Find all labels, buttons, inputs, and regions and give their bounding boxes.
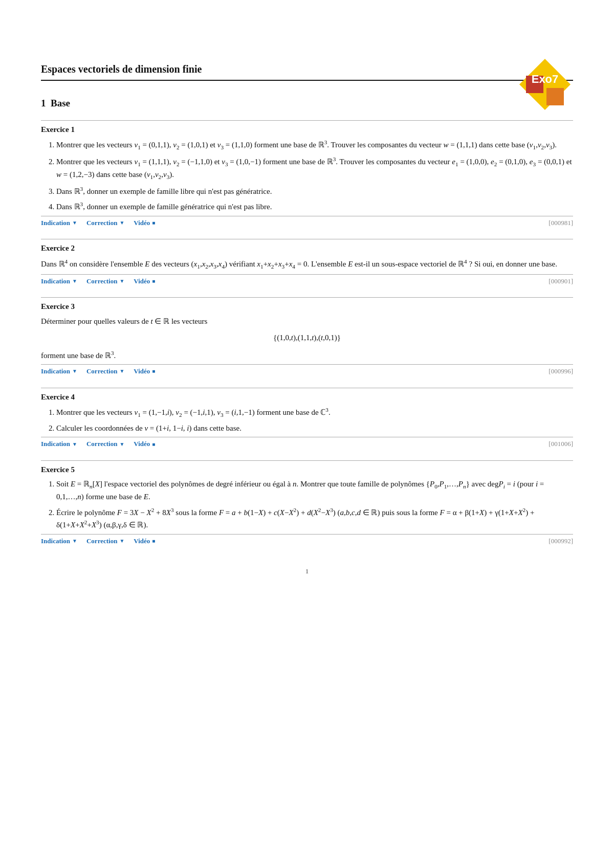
video-square-3: ■: [152, 367, 155, 375]
exercise-2-title: Exercice 2: [41, 239, 573, 254]
list-item: Montrer que les vecteurs v1 = (0,1,1), v…: [56, 138, 573, 152]
exercise-code-4: [001006]: [549, 439, 573, 449]
exercise-1-footer: Indication ▼ Correction ▼ Vidéo ■ [00098…: [41, 216, 573, 228]
header-rule: [41, 80, 573, 81]
list-item: Écrire le polynôme F = 3X − X2 + 8X3 sou…: [56, 506, 573, 531]
video-link-2[interactable]: Vidéo: [134, 276, 150, 286]
exo7-logo: Exo7: [517, 56, 573, 113]
video-square-1: ■: [152, 219, 155, 227]
exercise-4: Exercice 4 Montrer que les vecteurs v1 =…: [41, 388, 573, 449]
exercise-2-body: Dans ℝ4 on considère l'ensemble E des ve…: [41, 257, 573, 271]
exercise-3-math: {(1,0,t),(1,1,t),(t,0,1)}: [41, 332, 573, 344]
list-item: Soit E = ℝn[X] l'espace vectoriel des po…: [56, 478, 573, 502]
exercise-5-body: Soit E = ℝn[X] l'espace vectoriel des po…: [41, 478, 573, 530]
indication-triangle-2: ▼: [72, 277, 77, 285]
exercise-3-title: Exercice 3: [41, 297, 573, 313]
exercise-3-footer: Indication ▼ Correction ▼ Vidéo ■ [00099…: [41, 364, 573, 376]
indication-triangle-5: ▼: [72, 537, 77, 545]
page-title: Espaces vectoriels de dimension finie: [41, 61, 573, 77]
page-number: 1: [41, 566, 573, 576]
indication-triangle-4: ▼: [72, 440, 77, 448]
exercise-5-footer: Indication ▼ Correction ▼ Vidéo ■ [00099…: [41, 534, 573, 546]
indication-triangle-1: ▼: [72, 219, 77, 227]
correction-link-4[interactable]: Correction: [86, 439, 117, 449]
indication-link-5[interactable]: Indication: [41, 536, 70, 546]
exercise-code-2: [000901]: [549, 276, 573, 286]
exercise-3-body: Déterminer pour quelles valeurs de t ∈ ℝ…: [41, 316, 573, 362]
video-link-1[interactable]: Vidéo: [134, 218, 150, 228]
exercise-2: Exercice 2 Dans ℝ4 on considère l'ensemb…: [41, 239, 573, 286]
exercise-5: Exercice 5 Soit E = ℝn[X] l'espace vecto…: [41, 460, 573, 546]
exercise-code-5: [000992]: [549, 536, 573, 546]
exercise-code-1: [000981]: [549, 218, 573, 228]
correction-triangle-2: ▼: [119, 277, 124, 285]
list-item: Calculer les coordonnées de v = (1+i, 1−…: [56, 422, 573, 434]
video-square-4: ■: [152, 440, 155, 448]
exercise-1: Exercice 1 Montrer que les vecteurs v1 =…: [41, 120, 573, 228]
correction-triangle-3: ▼: [119, 367, 124, 375]
exercise-4-footer: Indication ▼ Correction ▼ Vidéo ■ [00100…: [41, 437, 573, 449]
list-item: Dans ℝ3, donner un exemple de famille gé…: [56, 200, 573, 213]
svg-text:Exo7: Exo7: [532, 73, 559, 85]
section-1-title: 1 Base: [41, 96, 573, 111]
indication-link-4[interactable]: Indication: [41, 439, 70, 449]
exercise-2-footer: Indication ▼ Correction ▼ Vidéo ■ [00090…: [41, 274, 573, 286]
indication-link-2[interactable]: Indication: [41, 276, 70, 286]
exercise-1-title: Exercice 1: [41, 120, 573, 136]
indication-link-1[interactable]: Indication: [41, 218, 70, 228]
list-item: Dans ℝ3, donner un exemple de famille li…: [56, 185, 573, 197]
svg-rect-2: [546, 88, 564, 105]
video-square-2: ■: [152, 277, 155, 285]
exercise-code-3: [000996]: [549, 366, 573, 376]
correction-link-3[interactable]: Correction: [86, 366, 117, 376]
video-link-4[interactable]: Vidéo: [134, 439, 150, 449]
exercise-3: Exercice 3 Déterminer pour quelles valeu…: [41, 297, 573, 376]
correction-link-5[interactable]: Correction: [86, 536, 117, 546]
video-square-5: ■: [152, 537, 155, 545]
exercise-5-title: Exercice 5: [41, 460, 573, 476]
list-item: Montrer que les vecteurs v1 = (1,1,1), v…: [56, 155, 573, 182]
video-link-3[interactable]: Vidéo: [134, 366, 150, 376]
indication-link-3[interactable]: Indication: [41, 366, 70, 376]
video-link-5[interactable]: Vidéo: [134, 536, 150, 546]
indication-triangle-3: ▼: [72, 367, 77, 375]
correction-triangle-1: ▼: [119, 219, 124, 227]
exercise-4-body: Montrer que les vecteurs v1 = (1,−1,i), …: [41, 406, 573, 434]
exercise-1-body: Montrer que les vecteurs v1 = (0,1,1), v…: [41, 138, 573, 213]
exercise-4-title: Exercice 4: [41, 388, 573, 403]
list-item: Montrer que les vecteurs v1 = (1,−1,i), …: [56, 406, 573, 419]
correction-link-1[interactable]: Correction: [86, 218, 117, 228]
correction-triangle-4: ▼: [119, 440, 124, 448]
correction-triangle-5: ▼: [119, 537, 124, 545]
correction-link-2[interactable]: Correction: [86, 276, 117, 286]
